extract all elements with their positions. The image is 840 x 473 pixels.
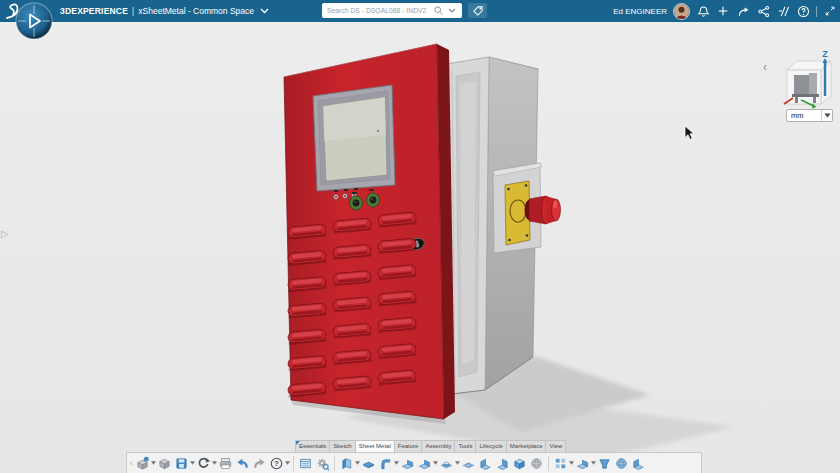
tab-label: View (549, 443, 562, 449)
tab-label: Tools (458, 443, 472, 449)
swept-wall-button[interactable] (377, 455, 394, 472)
search-input[interactable]: Search DS - DSQAL088 - INDV2 (322, 3, 462, 18)
properties-button[interactable] (297, 455, 314, 472)
apps-icon[interactable] (776, 4, 790, 18)
help-button[interactable]: ? (268, 455, 285, 472)
search-icon[interactable] (431, 4, 445, 18)
bend-button[interactable] (399, 455, 416, 472)
estop-button (525, 196, 561, 224)
tab-essentials[interactable]: Essentials (295, 440, 329, 452)
fold-button[interactable] (477, 455, 494, 472)
corner-relief-button[interactable] (630, 455, 647, 472)
tab-marketplace[interactable]: Marketplace (506, 440, 546, 452)
unit-caret-icon[interactable] (822, 113, 832, 118)
tab-label: Marketplace (510, 443, 543, 449)
search-settings-button[interactable] (314, 455, 331, 472)
flat-pad-button[interactable] (360, 455, 377, 472)
user-name[interactable]: Ed ENGINEER (613, 7, 667, 16)
brand-label: 3DEXPERIENCE (60, 6, 128, 16)
hopper-button[interactable] (596, 455, 613, 472)
share-icon[interactable] (736, 4, 750, 18)
help-icon[interactable] (796, 4, 810, 18)
unfold-button[interactable] (494, 455, 511, 472)
open-button[interactable] (156, 455, 173, 472)
action-bar-tabs: EssentialsSketchSheet MetalFeatureAssemb… (295, 440, 566, 452)
topbar-divider (816, 6, 817, 17)
add-icon[interactable] (716, 4, 730, 18)
expand-tree-arrow[interactable]: ▷ (1, 229, 9, 239)
compass-icon[interactable] (15, 2, 53, 40)
undo-button[interactable] (234, 455, 251, 472)
dropdown-caret-icon[interactable] (285, 461, 290, 465)
point-stamp-button[interactable] (511, 455, 528, 472)
circular-stamp-button[interactable] (613, 455, 630, 472)
search-placeholder: Search DS - DSQAL088 - INDV2 (325, 7, 431, 14)
collapse-panel-arrow[interactable]: ‹ (763, 61, 767, 73)
3dexperience-window: { "header": { "brand": "3DEXPERIENCE", "… (0, 0, 840, 473)
tab-label: Lifecycle (479, 443, 502, 449)
recognize-button[interactable] (528, 455, 545, 472)
pattern-button[interactable] (552, 455, 569, 472)
wall-button[interactable] (338, 455, 355, 472)
unit-selector[interactable]: mm (786, 109, 833, 122)
tag-button[interactable] (468, 3, 487, 18)
network-icon[interactable] (756, 4, 770, 18)
print-export-button[interactable] (217, 455, 234, 472)
collapse-window-icon[interactable] (823, 4, 837, 18)
title-divider: | (132, 6, 134, 16)
search-options-caret-icon[interactable] (445, 4, 459, 18)
avatar[interactable] (673, 3, 690, 20)
green-button-2 (367, 193, 380, 207)
update-button[interactable] (195, 455, 212, 472)
navigation-cube[interactable]: Z (779, 48, 837, 110)
tab-label: Essentials (299, 443, 326, 449)
tab-tools[interactable]: Tools (454, 440, 475, 452)
tab-sheet-metal[interactable]: Sheet Metal (355, 440, 394, 452)
tab-feature[interactable]: Feature (394, 440, 422, 452)
green-button (350, 196, 363, 210)
svg-text:?: ? (274, 459, 279, 468)
user-area: Ed ENGINEER (613, 0, 837, 22)
new-content-button[interactable] (134, 455, 151, 472)
3d-viewport[interactable] (0, 0, 840, 473)
redo-button[interactable] (251, 455, 268, 472)
toolbar-group-separator (548, 456, 549, 471)
save-button[interactable] (173, 455, 190, 472)
tab-assembly[interactable]: Assembly (421, 440, 454, 452)
toolbar-group-separator (293, 456, 294, 471)
pin-icon (296, 441, 300, 445)
mouse-cursor (685, 126, 694, 140)
unit-value: mm (787, 110, 821, 121)
surface-stamp-button[interactable] (438, 455, 455, 472)
tab-label: Sketch (333, 443, 351, 449)
cabinet-door[interactable] (284, 44, 455, 424)
tab-view[interactable]: View (545, 440, 566, 452)
tab-label: Assembly (425, 443, 451, 449)
tab-label: Sheet Metal (359, 443, 391, 449)
z-axis-label: Z (822, 49, 828, 59)
estop-assembly[interactable] (493, 163, 561, 253)
bell-icon[interactable] (696, 4, 710, 18)
bend-advanced-button[interactable] (574, 455, 591, 472)
app-space-selector[interactable]: 3DEXPERIENCE | xSheetMetal - Common Spac… (60, 0, 269, 22)
tab-sketch[interactable]: Sketch (329, 440, 354, 452)
toolbar-overflow-icon[interactable]: ‹ (130, 460, 132, 467)
action-bar-toolbar: ‹? (126, 452, 702, 473)
tab-label: Feature (398, 443, 419, 449)
bend-from-flat-button[interactable] (416, 455, 433, 472)
app-space-label: xSheetMetal - Common Space (138, 6, 254, 16)
tab-lifecycle[interactable]: Lifecycle (475, 440, 505, 452)
toolbar-group-separator (334, 456, 335, 471)
chevron-down-icon[interactable] (260, 8, 269, 14)
hmi-screen (313, 85, 395, 191)
flat-stamp-button[interactable] (460, 455, 477, 472)
